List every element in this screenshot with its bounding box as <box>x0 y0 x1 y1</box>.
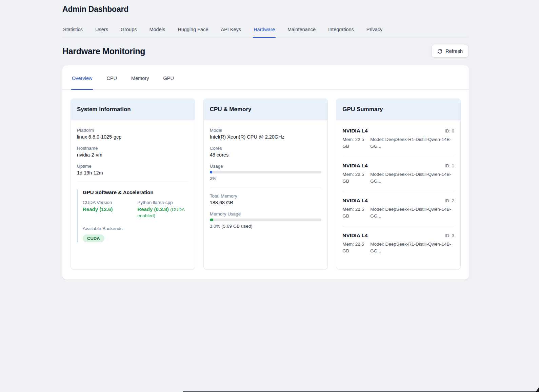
gpu-model: Model: DeepSeek-R1-Distill-Qwen-14B-GG..… <box>370 136 454 149</box>
refresh-button[interactable]: Refresh <box>431 45 469 58</box>
nav-tab-privacy[interactable]: Privacy <box>366 24 383 38</box>
memory-usage-field: Memory Usage 3.0% (5.69 GB used) <box>210 211 322 229</box>
cuda-version-value: Ready (12.6) <box>83 206 134 212</box>
memory-usage-caption: 3.0% (5.69 GB used) <box>210 224 322 229</box>
available-backends-label: Available Backends <box>83 226 189 231</box>
memory-usage-label: Memory Usage <box>210 211 322 216</box>
page-title: Hardware Monitoring <box>62 46 145 56</box>
app-title: Admin Dashboard <box>62 5 469 14</box>
gpu-mem: Mem: 22.5 GB <box>342 171 370 184</box>
cpu-usage-field: Usage 2% <box>210 164 322 181</box>
nav-tab-hardware[interactable]: Hardware <box>253 24 276 38</box>
gpu-software-grid: CUDA Version Ready (12.6) Python llama-c… <box>83 200 189 219</box>
tab-cpu[interactable]: CPU <box>106 65 118 90</box>
page-header-row: Hardware Monitoring Refresh <box>62 45 469 58</box>
total-memory-label: Total Memory <box>210 193 322 199</box>
gpu-id: ID: 2 <box>444 198 454 203</box>
bottom-right-corner-artifact <box>536 387 539 392</box>
cuda-version-field: CUDA Version Ready (12.6) <box>83 200 134 219</box>
platform-field: Platform linux 6.8.0-1025-gcp <box>77 128 189 140</box>
nav-tab-groups[interactable]: Groups <box>120 24 138 38</box>
uptime-value: 1d 19h 12m <box>77 170 189 176</box>
tab-gpu[interactable]: GPU <box>162 65 174 90</box>
system-information-card: System Information Platform linux 6.8.0-… <box>71 99 195 269</box>
gpu-mem: Mem: 22.5 GB <box>342 206 370 219</box>
refresh-label: Refresh <box>445 48 463 54</box>
system-information-header: System Information <box>71 99 195 120</box>
cpu-cores-value: 48 cores <box>210 152 322 158</box>
gpu-row-0: NVIDIA L4 ID: 0 Mem: 22.5 GB Model: Deep… <box>342 122 454 157</box>
tab-memory[interactable]: Memory <box>131 65 149 90</box>
nav-tab-hugging-face[interactable]: Hugging Face <box>177 24 209 38</box>
gpu-row-1: NVIDIA L4 ID: 1 Mem: 22.5 GB Model: Deep… <box>342 157 454 192</box>
gpu-summary-title: GPU Summary <box>342 106 454 113</box>
cpu-memory-title: CPU & Memory <box>210 106 322 113</box>
nav-tab-statistics[interactable]: Statistics <box>62 24 83 38</box>
cuda-version-label: CUDA Version <box>83 200 134 205</box>
cpu-memory-card: CPU & Memory Model Intel(R) Xeon(R) CPU … <box>203 99 328 269</box>
main-nav: Statistics Users Groups Models Hugging F… <box>62 24 469 38</box>
platform-value: linux 6.8.0-1025-gcp <box>77 134 189 140</box>
hostname-label: Hostname <box>77 146 189 151</box>
total-memory-value: 188.68 GB <box>210 200 322 205</box>
system-information-title: System Information <box>77 106 189 113</box>
llama-cpp-value: Ready (0.3.8) <box>137 206 169 212</box>
hostname-field: Hostname nvidia-2-vm <box>77 146 189 158</box>
monitoring-tabs: Overview CPU Memory GPU <box>62 65 469 90</box>
cpu-memory-header: CPU & Memory <box>204 99 328 120</box>
gpu-id: ID: 3 <box>444 233 454 238</box>
gpu-id: ID: 0 <box>444 128 454 133</box>
cpu-usage-label: Usage <box>210 164 322 169</box>
nav-tab-users[interactable]: Users <box>95 24 109 38</box>
nav-tab-api-keys[interactable]: API Keys <box>220 24 242 38</box>
tab-overview[interactable]: Overview <box>71 65 93 90</box>
platform-label: Platform <box>77 128 189 133</box>
gpu-mem: Mem: 22.5 GB <box>342 136 370 149</box>
uptime-label: Uptime <box>77 164 189 169</box>
cpu-model-field: Model Intel(R) Xeon(R) CPU @ 2.20GHz <box>210 128 322 140</box>
refresh-icon <box>437 49 442 54</box>
hostname-value: nvidia-2-vm <box>77 152 189 158</box>
gpu-name: NVIDIA L4 <box>342 198 367 204</box>
cpu-model-label: Model <box>210 128 322 133</box>
hardware-monitoring-panel: Overview CPU Memory GPU System Informati… <box>62 65 469 280</box>
gpu-model: Model: DeepSeek-R1-Distill-Qwen-14B-GG..… <box>370 171 454 184</box>
gpu-mem: Mem: 22.5 GB <box>342 241 370 254</box>
system-information-body: Platform linux 6.8.0-1025-gcp Hostname n… <box>71 120 195 269</box>
uptime-field: Uptime 1d 19h 12m <box>77 164 189 176</box>
cpu-cores-field: Cores 48 cores <box>210 146 322 158</box>
overview-cards: System Information Platform linux 6.8.0-… <box>62 90 469 278</box>
gpu-summary-header: GPU Summary <box>336 99 460 120</box>
llama-cpp-value-wrap: Ready (0.3.8) (CUDA enabled) <box>137 206 188 219</box>
cpu-usage-bar <box>210 171 322 173</box>
memory-usage-bar <box>210 219 322 221</box>
gpu-summary-body: NVIDIA L4 ID: 0 Mem: 22.5 GB Model: Deep… <box>336 120 460 269</box>
gpu-model: Model: DeepSeek-R1-Distill-Qwen-14B-GG..… <box>370 206 454 219</box>
gpu-software-section: GPU Software & Acceleration CUDA Version… <box>77 189 189 242</box>
gpu-name: NVIDIA L4 <box>342 163 367 169</box>
cpu-usage-caption: 2% <box>210 176 322 181</box>
total-memory-field: Total Memory 188.68 GB <box>210 193 322 205</box>
nav-tab-maintenance[interactable]: Maintenance <box>287 24 316 38</box>
gpu-software-title: GPU Software & Acceleration <box>83 189 189 195</box>
cpu-usage-bar-fill <box>210 171 212 173</box>
gpu-row-2: NVIDIA L4 ID: 2 Mem: 22.5 GB Model: Deep… <box>342 192 454 227</box>
cuda-backend-badge: CUDA <box>83 234 104 242</box>
gpu-name: NVIDIA L4 <box>342 128 367 134</box>
cpu-memory-body: Model Intel(R) Xeon(R) CPU @ 2.20GHz Cor… <box>204 120 328 269</box>
gpu-id: ID: 1 <box>444 163 454 168</box>
gpu-row-3: NVIDIA L4 ID: 3 Mem: 22.5 GB Model: Deep… <box>342 227 454 262</box>
system-info-divider <box>77 182 189 182</box>
nav-tab-models[interactable]: Models <box>148 24 166 38</box>
cpu-model-value: Intel(R) Xeon(R) CPU @ 2.20GHz <box>210 134 322 140</box>
nav-tab-integrations[interactable]: Integrations <box>327 24 355 38</box>
gpu-name: NVIDIA L4 <box>342 232 367 239</box>
available-backends-field: Available Backends CUDA <box>83 226 189 242</box>
cpu-memory-divider <box>210 187 322 187</box>
llama-cpp-field: Python llama-cpp Ready (0.3.8) (CUDA ena… <box>137 200 188 219</box>
page-container: Admin Dashboard Statistics Users Groups … <box>62 0 469 280</box>
llama-cpp-label: Python llama-cpp <box>137 200 188 205</box>
memory-usage-bar-fill <box>210 219 213 221</box>
gpu-summary-card: GPU Summary NVIDIA L4 ID: 0 Mem: 22.5 GB… <box>336 99 461 269</box>
cpu-cores-label: Cores <box>210 146 322 151</box>
